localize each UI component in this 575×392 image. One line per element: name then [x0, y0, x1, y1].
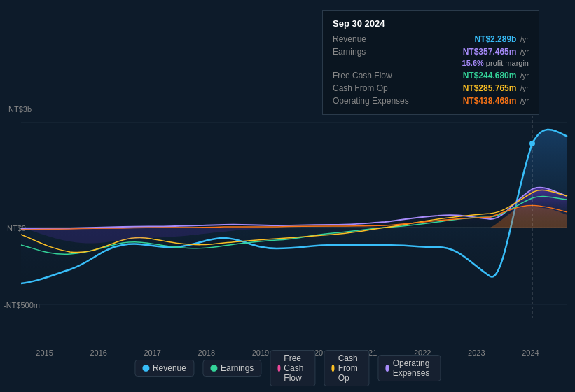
profit-margin-row: 15.6% profit margin: [333, 58, 529, 69]
legend-revenue-dot: [142, 365, 149, 372]
legend-earnings-dot: [210, 365, 217, 372]
tooltip-revenue-row: Revenue NT$2.289b /yr: [333, 33, 529, 46]
legend-opex[interactable]: Operating Expenses: [377, 355, 441, 382]
legend-revenue-label: Revenue: [153, 363, 186, 373]
chart-svg: NT$0 -NT$500m: [0, 108, 575, 346]
x-label-2015: 2015: [36, 349, 53, 357]
tooltip-cfo-row: Cash From Op NT$285.765m /yr: [333, 82, 529, 94]
tooltip-opex-row: Operating Expenses NT$438.468m /yr: [333, 94, 529, 107]
legend-revenue[interactable]: Revenue: [134, 360, 194, 377]
tooltip-earnings-row: Earnings NT$357.465m /yr: [333, 46, 529, 58]
revenue-dot: [529, 141, 535, 146]
legend-cfo-dot: [331, 365, 334, 372]
x-label-2016: 2016: [90, 349, 106, 357]
chart-legend: Revenue Earnings Free Cash Flow Cash Fro…: [134, 350, 441, 386]
legend-fcf[interactable]: Free Cash Flow: [270, 350, 315, 386]
legend-earnings[interactable]: Earnings: [202, 360, 261, 377]
legend-fcf-label: Free Cash Flow: [284, 354, 307, 383]
tooltip-date: Sep 30 2024: [333, 18, 529, 29]
tooltip-earnings-value: NT$357.465m /yr: [463, 47, 529, 57]
x-label-2023: 2023: [468, 349, 485, 357]
tooltip-earnings-label: Earnings: [333, 47, 410, 57]
revenue-area: [21, 130, 567, 284]
tooltip-fcf-label: Free Cash Flow: [333, 71, 410, 80]
earnings-area: [21, 188, 567, 229]
legend-fcf-dot: [277, 365, 280, 372]
tooltip-fcf-value: NT$244.680m /yr: [463, 71, 529, 80]
legend-opex-label: Operating Expenses: [393, 358, 433, 378]
y-neg-label: -NT$500m: [4, 301, 40, 309]
tooltip-cfo-label: Cash From Op: [333, 83, 410, 93]
data-tooltip: Sep 30 2024 Revenue NT$2.289b /yr Earnin…: [322, 10, 539, 115]
tooltip-revenue-value: NT$2.289b /yr: [474, 34, 529, 44]
legend-cfo-label: Cash From Op: [338, 354, 362, 383]
legend-cfo[interactable]: Cash From Op: [324, 350, 369, 386]
tooltip-fcf-row: Free Cash Flow NT$244.680m /yr: [333, 69, 529, 82]
tooltip-cfo-value: NT$285.765m /yr: [463, 83, 529, 93]
tooltip-opex-label: Operating Expenses: [333, 96, 410, 106]
tooltip-opex-value: NT$438.468m /yr: [463, 96, 529, 106]
tooltip-revenue-label: Revenue: [333, 34, 410, 44]
legend-earnings-label: Earnings: [221, 363, 254, 373]
profit-margin-text: 15.6% profit margin: [462, 59, 529, 67]
legend-opex-dot: [385, 365, 389, 372]
x-label-2024: 2024: [522, 349, 539, 357]
